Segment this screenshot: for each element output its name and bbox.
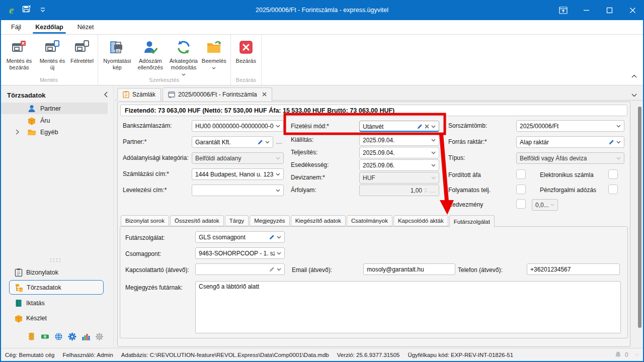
partner-select[interactable]: Garantált Kft. — [192, 136, 273, 148]
save-and-close-button[interactable]: Mentés és bezárás — [3, 38, 36, 72]
clear-x-icon[interactable] — [425, 124, 429, 129]
set-aside-button[interactable]: Félretétel — [69, 38, 95, 65]
electronic-invoice-checkbox[interactable] — [608, 169, 618, 179]
ribbon: Mentés és bezárás Mentés és új Félretéte… — [0, 35, 644, 85]
sidebar-nav-iktatas[interactable]: Iktatás — [9, 297, 104, 310]
ribbon-display-options-button[interactable] — [551, 0, 575, 20]
fulfillment-date-select[interactable]: 2025.09.04. — [359, 147, 439, 158]
edit-pencil-icon[interactable] — [269, 234, 275, 240]
maximize-button[interactable] — [598, 0, 621, 20]
status-user: Felhasználó: Admin — [62, 352, 113, 358]
number-series-select[interactable]: 2025/00006/Ft — [516, 120, 624, 132]
tab-megjegyzes[interactable]: Megjegyzés — [250, 215, 289, 226]
minimize-button[interactable] — [575, 0, 598, 20]
billing-address-select[interactable]: 1444 Budapest, Hanoi u. 123. — [192, 168, 284, 180]
status-client-gate-code: Ügyfélkapu kód: EXP-REV-INT-01826-51 — [408, 352, 513, 358]
chevron-down-icon — [431, 164, 436, 167]
resize-grip[interactable]: ∷ — [635, 352, 639, 357]
save-and-new-button[interactable]: Mentés és új — [36, 38, 69, 72]
payment-method-select[interactable]: Utánvét — [359, 121, 439, 132]
quick-save-icon[interactable] — [22, 4, 32, 16]
tab-csatolmanyok[interactable]: Csatolmányok — [347, 215, 392, 226]
sidebar-item-egyeb[interactable]: Egyéb — [1, 126, 108, 138]
doc-tab-forintszamla[interactable]: 2025/00006/Ft - Forintszámla — [163, 87, 272, 101]
discount-value-select: 0,0... — [532, 199, 558, 211]
gear-settings-icon[interactable] — [95, 332, 104, 341]
status-database: Adatbázis: C:\REVOLUTION-feature\REVOL.E… — [121, 352, 329, 358]
field-label: Devizanem:* — [291, 172, 325, 183]
tab-osszesito-adatok[interactable]: Összesítő adatok — [170, 215, 224, 226]
print-preview-button[interactable]: Nyomtatási kép — [101, 38, 134, 72]
coins-icon[interactable] — [27, 332, 36, 341]
sidebar-nav-keszlet[interactable]: Készlet — [9, 312, 104, 325]
customize-toolbar-icon[interactable] — [40, 6, 46, 15]
tab-futarszolgalat[interactable]: Futárszolgálat — [449, 215, 495, 227]
tab-kiegeszito-adatok[interactable]: Kiegészítő adatok — [291, 215, 346, 226]
type-select: Belföldi vagy Áfás deviza — [516, 152, 624, 164]
courier-note-textarea[interactable]: Csengő a lábtörlő alatt — [195, 281, 621, 333]
doc-tab-szamlak[interactable]: Számlák — [117, 88, 161, 101]
hierarchy-icon — [15, 283, 24, 292]
ribbon-group-szerkesztes: Nyomtatási kép Adószám ellenőrzés Árkate… — [98, 35, 231, 85]
bank-account-select[interactable]: HU00 00000000-00000000-000... — [192, 120, 284, 132]
tab-fajl[interactable]: Fájl — [4, 20, 28, 34]
save-close-icon — [11, 39, 27, 55]
sidebar-collapse-button[interactable] — [104, 92, 108, 99]
cash-accounting-checkbox[interactable] — [608, 185, 618, 194]
field-label: Bankszámlaszám: — [123, 121, 172, 131]
tab-kapcsolodo-aktak[interactable]: Kapcsolódó akták — [393, 215, 448, 226]
checkbox-label: Fordított áfa — [448, 170, 481, 180]
contact-receiver-select[interactable] — [195, 263, 285, 275]
tab-kezdolap[interactable]: Kezdőlap — [28, 20, 70, 34]
import-button[interactable]: Beemelés — [200, 38, 228, 72]
ribbon-group-mentes: Mentés és bezárás Mentés és új Félretéte… — [0, 35, 98, 85]
close-button[interactable] — [621, 0, 644, 20]
edit-pencil-icon[interactable] — [269, 266, 275, 273]
field-label: Levelezési cím:* — [123, 185, 167, 196]
partner-more-button[interactable]: … — [276, 138, 283, 145]
courier-service-select[interactable]: GLS csomagpont — [195, 231, 285, 243]
mailing-address-select[interactable] — [192, 185, 284, 196]
bell-icon[interactable] — [614, 351, 622, 358]
sidebar-drag-handle[interactable] — [49, 257, 61, 262]
price-category-change-button[interactable]: Árkategória módosítás — [167, 38, 200, 78]
tab-close-icon[interactable] — [262, 91, 267, 98]
globe-icon[interactable] — [54, 332, 63, 341]
reverse-vat-checkbox[interactable] — [516, 169, 526, 179]
field-label: Sorszámtömb: — [448, 121, 487, 131]
edit-pencil-icon[interactable] — [417, 124, 423, 130]
collapse-ribbon-button[interactable] — [631, 71, 637, 80]
receiver-phone-input[interactable]: +36201234567 — [527, 263, 620, 275]
edit-pencil-icon[interactable] — [257, 139, 263, 145]
tax-number-check-button[interactable]: Adószám ellenőrzés — [134, 38, 167, 72]
sidebar-item-aru[interactable]: Áru — [1, 115, 108, 126]
sidebar: Törzsadatok Partner Áru Egyéb Bizonylato… — [0, 85, 114, 348]
due-date-select[interactable]: 2025.09.06. — [359, 159, 439, 171]
invoice-form-panel: Fizetendő: 73 063,00 HUF (Nettó: 57 530,… — [117, 102, 630, 347]
sidebar-item-partner[interactable]: Partner — [1, 103, 108, 114]
refresh-arrows-icon — [176, 39, 192, 55]
parcel-point-select[interactable]: 9463-SOHORPCOOP - 1. sz. C... — [195, 247, 285, 259]
edit-pencil-icon[interactable] — [608, 139, 614, 145]
banknote-icon[interactable] — [41, 332, 49, 341]
tab-list-chevron[interactable] — [631, 90, 637, 99]
bar-chart-icon[interactable] — [82, 332, 90, 341]
gear-blue-icon[interactable] — [68, 332, 76, 341]
tab-nezet[interactable]: Nézet — [70, 20, 101, 34]
issue-date-select[interactable]: 2025.09.04. — [359, 134, 439, 146]
window-controls — [551, 0, 644, 20]
sidebar-nav-torzsadatok[interactable]: Törzsadatok — [9, 280, 104, 295]
field-label: Adóalanyisági kategória: — [123, 153, 189, 163]
vertical-scrollbar[interactable] — [638, 107, 641, 328]
sidebar-nav-bizonylatok[interactable]: Bizonylatok — [9, 266, 104, 279]
field-label: Árfolyam: — [291, 185, 316, 196]
discount-checkbox[interactable] — [516, 199, 526, 209]
ribbon-group-bezaras: Bezárás Bezárás — [231, 35, 262, 85]
source-warehouse-select[interactable]: Alap raktár — [516, 136, 624, 148]
continuous-fulfillment-checkbox[interactable] — [516, 185, 526, 194]
close-document-button[interactable]: Bezárás — [233, 38, 259, 65]
tab-bizonylat-sorok[interactable]: Bizonylat sorok — [121, 215, 169, 226]
tab-targy[interactable]: Tárgy — [225, 215, 249, 226]
ribbon-group-label: Szerkesztés — [98, 77, 230, 83]
receiver-email-input[interactable]: mosoly@garantalt.hu — [363, 263, 455, 275]
